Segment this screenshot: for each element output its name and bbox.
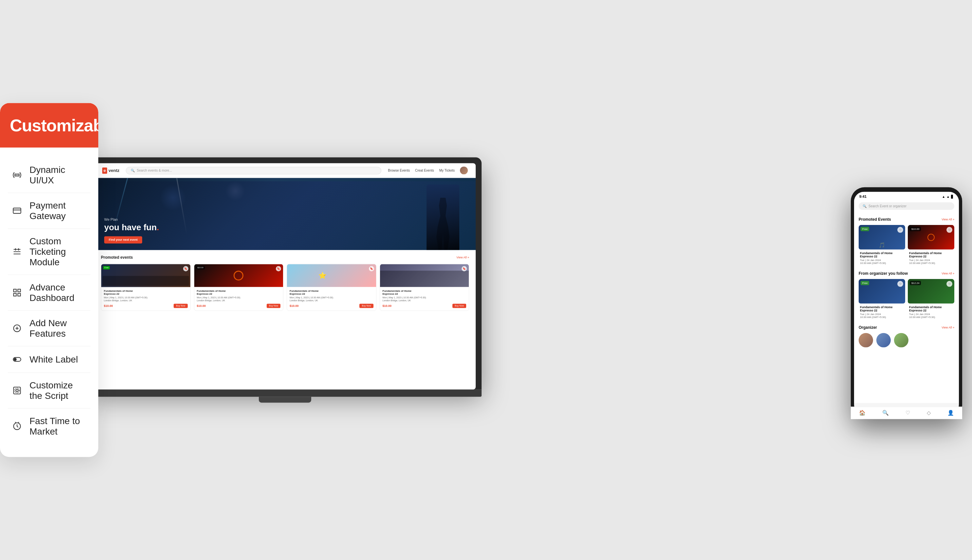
nav-browse-events[interactable]: Browse Events — [388, 169, 410, 172]
phone-search-input[interactable]: 🔍 Search Event or organizer — [859, 202, 954, 210]
phone-status-icons: ▲ ▲ ▊ — [942, 195, 954, 198]
organizer-avatars-row — [859, 333, 954, 347]
sidebar-item-script[interactable]: Customize the Script — [8, 373, 90, 409]
organizer-avatar-2[interactable] — [876, 333, 891, 347]
buy-btn-4[interactable]: Buy Now — [452, 303, 466, 308]
event-price-2: $10.00 — [197, 304, 206, 308]
sidebar-item-label-payment: Payment Gateway — [30, 200, 87, 222]
sidebar-item-label-features: Add New Features — [30, 318, 87, 339]
phone-promoted-view-all[interactable]: View All » — [942, 218, 954, 221]
buy-btn-3[interactable]: Buy Now — [359, 303, 373, 308]
user-avatar[interactable] — [460, 167, 468, 174]
dynamic-ui-icon — [11, 169, 23, 181]
svg-rect-8 — [14, 289, 17, 292]
website-hero: We Plan you have fun. Find your next eve… — [94, 178, 476, 250]
phone-screen: 9:41 ▲ ▲ ▊ 🔍 Search Event or organizer — [854, 192, 959, 415]
laptop-screen: e ventz 🔍 Search events & more... Browse… — [94, 163, 476, 389]
event-card-3[interactable]: ⭐ 🔖 Fundamentals of HomeEspresso 22 Mon … — [287, 263, 377, 311]
svg-point-19 — [15, 388, 19, 393]
event-footer-4: $10.00 Buy Now — [383, 303, 467, 308]
phone-heart-2[interactable]: ♡ — [947, 227, 952, 233]
event-card-4[interactable]: 🔖 Fundamentals of HomeEspresso 22 Mon | … — [380, 263, 469, 311]
phone-nav-home[interactable]: 🏠 — [859, 410, 865, 415]
website-promoted-section: Promoted events View All » 🔖 Free — [94, 250, 476, 316]
phone-org-event-time-1: 10:30 AM (GMT+5:30) — [860, 316, 904, 318]
website-search-bar[interactable]: 🔍 Search events & more... — [126, 167, 381, 174]
event-card-body-3: Fundamentals of HomeEspresso 22 Mon | Ma… — [287, 287, 376, 310]
sidebar-item-dynamic-ui[interactable]: Dynamic UI/UX — [8, 158, 90, 193]
sidebar-item-white-label[interactable]: White Label — [8, 347, 90, 373]
phone-search-bar-container: 🔍 Search Event or organizer — [854, 200, 959, 213]
nav-my-tickets[interactable]: My Tickets — [439, 169, 455, 172]
signal-icon: ▲ — [942, 195, 945, 198]
logo-e-badge: e — [102, 167, 107, 173]
sidebar-item-ticketing[interactable]: Custom Ticketing Module — [8, 229, 90, 275]
phone-nav-heart[interactable]: ♡ — [905, 410, 910, 415]
event-title-2: Fundamentals of HomeEspresso 22 — [197, 290, 281, 295]
phone-event-card-1[interactable]: 🎵 Free ♡ Fundamentals of Home Espresso 2… — [859, 225, 905, 267]
sidebar-item-fast-time[interactable]: Fast Time to Market — [8, 409, 90, 444]
phone-org-badge-2: $12.24 — [910, 281, 921, 285]
phone-organizer-view-all[interactable]: View All » — [942, 326, 954, 329]
sidebar-item-dashboard[interactable]: Advance Dashboard — [8, 275, 90, 311]
event-card-img-3: ⭐ 🔖 — [287, 264, 376, 287]
sidebar-item-payment[interactable]: Payment Gateway — [8, 193, 90, 229]
battery-icon: ▊ — [951, 195, 954, 198]
hero-cta-button[interactable]: Find your next event — [104, 236, 142, 243]
phone-org-heart-2[interactable]: ♡ — [947, 281, 952, 287]
bookmark-icon-4[interactable]: 🔖 — [462, 266, 467, 271]
white-label-icon — [11, 354, 23, 365]
svg-point-16 — [14, 358, 17, 360]
event-location-1: London Bridge, London, UK — [104, 299, 188, 302]
phone-org-event-img-1: Free ♡ — [859, 279, 905, 303]
svg-point-18 — [16, 389, 18, 392]
phone-org-event-card-1[interactable]: Free ♡ Fundamentals of Home Espresso 22 … — [859, 279, 905, 321]
phone-organizer-follow-header: From organizer you follow View All » — [859, 271, 954, 276]
buy-btn-2[interactable]: Buy Now — [267, 303, 280, 308]
organizer-avatar-1[interactable] — [859, 333, 873, 347]
search-icon: 🔍 — [131, 169, 135, 172]
sidebar-card: Customizable Dynamic UI/UX — [0, 103, 98, 457]
event-price-4: $10.00 — [383, 304, 392, 308]
phone-event-time-2: 10:30 AM (GMT+5:30) — [909, 262, 953, 265]
website-logo: e ventz — [102, 167, 119, 173]
event-card-body-1: Fundamentals of HomeEspresso 22 Mon | Ma… — [101, 287, 190, 310]
bookmark-icon-1[interactable]: 🔖 — [183, 266, 188, 271]
event-card-2[interactable]: 🔖 $10.00 Fundamentals of HomeEspresso 22… — [194, 263, 284, 311]
phone-nav-search[interactable]: 🔍 — [882, 410, 889, 415]
hero-title: you have fun. — [104, 223, 159, 233]
sidebar-item-features[interactable]: Add New Features — [8, 311, 90, 347]
sidebar-item-label-dynamic-ui: Dynamic UI/UX — [30, 165, 87, 186]
phone-promoted-title: Promoted Events — [859, 217, 891, 222]
sidebar-title: Customizable — [10, 116, 88, 135]
phone-organizer-follow-view-all[interactable]: View All » — [942, 272, 954, 275]
phone-time: 9:41 — [859, 195, 867, 198]
phone-search-icon: 🔍 — [863, 204, 867, 208]
phone-event-badge-2: $10.00 — [910, 227, 921, 231]
bookmark-icon-2[interactable]: 🔖 — [276, 266, 281, 271]
phone-nav-profile[interactable]: 👤 — [947, 410, 954, 415]
phone-org-event-date-2: Tue | 24 Jan 2024 — [909, 313, 953, 316]
dashboard-icon — [11, 287, 23, 299]
promoted-title: Promoted events — [101, 255, 133, 260]
event-card-1[interactable]: 🔖 Free Fundamentals of HomeEspresso 22 M… — [101, 263, 191, 311]
organizer-avatar-3[interactable] — [894, 333, 909, 347]
phone-promoted-grid: 🎵 Free ♡ Fundamentals of Home Espresso 2… — [859, 225, 954, 267]
event-footer-1: $10.00 Buy Now — [104, 303, 188, 308]
view-all-link[interactable]: View All » — [456, 256, 469, 259]
event-location-2: London Bridge, London, UK — [197, 299, 281, 302]
buy-btn-1[interactable]: Buy Now — [173, 303, 187, 308]
event-title-3: Fundamentals of HomeEspresso 22 — [290, 290, 373, 295]
phone-heart-1[interactable]: ♡ — [897, 227, 903, 233]
sidebar-item-label-fast-time: Fast Time to Market — [30, 416, 87, 437]
event-price-3: $10.00 — [290, 304, 299, 308]
bookmark-icon-3[interactable]: 🔖 — [369, 266, 374, 271]
phone-body: 9:41 ▲ ▲ ▊ 🔍 Search Event or organizer — [851, 187, 962, 419]
phone-event-name-1: Fundamentals of Home Espresso 22 — [860, 252, 904, 258]
phone-event-card-2[interactable]: $10.00 ♡ Fundamentals of Home Espresso 2… — [908, 225, 954, 267]
phone-event-date-2: Tue | 24 Jan 2024 — [909, 259, 953, 262]
nav-create-events[interactable]: Creat Events — [415, 169, 434, 172]
phone-org-heart-1[interactable]: ♡ — [897, 281, 903, 287]
phone-org-event-card-2[interactable]: $12.24 ♡ Fundamentals of Home Espresso 2… — [908, 279, 954, 321]
phone-nav-diamond[interactable]: ◇ — [927, 410, 931, 415]
